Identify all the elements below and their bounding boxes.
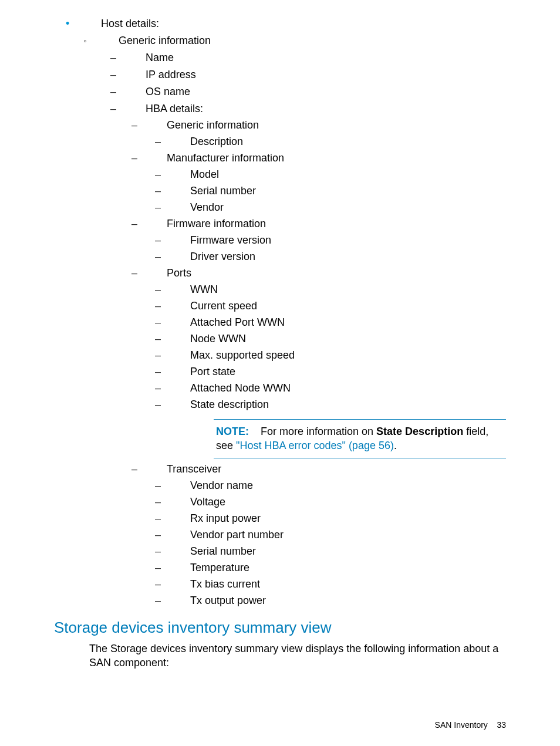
section-paragraph: The Storage devices inventory summary vi… [89,642,506,670]
list-item: Attached Port WWN [167,316,506,329]
list-item: Max. supported speed [167,349,506,362]
text-vendor-part-number: Vendor part number [190,529,284,541]
list-item: Manufacturer information Model Serial nu… [146,152,506,214]
text-transceiver: Transceiver [167,463,221,475]
list-item: Firmware information Firmware version Dr… [146,218,506,263]
note-link[interactable]: "Host HBA error codes" (page 56) [236,440,394,451]
note-label: NOTE: [216,426,249,437]
list-item: Tx output power [167,595,506,607]
text-voltage: Voltage [190,496,225,508]
list-item: Serial number [167,545,506,558]
list-item: Serial number [167,185,506,197]
note-bold: State Description [376,426,463,437]
footer-label: SAN Inventory [435,720,488,730]
list-item: Ports WWN Current speed Attached Port WW… [146,267,506,458]
text-port-state: Port state [190,366,235,377]
list-item-hba-details: HBA details: Generic information Descrip… [119,103,506,607]
text-vendor-name: Vendor name [190,480,253,491]
list-item: Vendor name [167,480,506,492]
list-item: Description [167,136,506,148]
text-wwn: WWN [190,283,218,295]
list-item: Tx bias current [167,578,506,590]
text-firmware-version: Firmware version [190,234,271,246]
text-tx-bias-current: Tx bias current [190,578,260,590]
note-text-post: . [394,440,397,451]
text-description: Description [190,136,243,147]
text-ip-address: IP address [146,69,196,80]
list-item: Rx input power [167,512,506,525]
text-tx-output-power: Tx output power [190,595,266,606]
text-os-name: OS name [146,86,190,97]
text-generic-info: Generic information [119,35,211,46]
text-ports: Ports [167,267,191,279]
footer-page: 33 [497,720,506,730]
text-driver-version: Driver version [190,251,255,262]
text-serial-number: Serial number [190,185,256,197]
text-attached-port-wwn: Attached Port WWN [190,316,285,328]
text-node-wwn: Node WWN [190,333,246,345]
list-item: WWN [167,283,506,296]
list-item: Node WWN [167,333,506,345]
list-item: State description NOTE: For more informa… [167,399,506,458]
list-item: Port state [167,366,506,378]
list-item: Transceiver Vendor name Voltage Rx input… [146,463,506,607]
list-item: Generic information Description [146,119,506,148]
list-item: Driver version [167,251,506,263]
note-text-pre: For more information on [261,426,376,437]
section-heading: Storage devices inventory summary view [54,619,506,637]
text-model: Model [190,168,219,180]
text-name: Name [146,52,174,63]
list-item-generic-info: Generic information Name IP address OS n… [101,35,506,607]
text-temperature: Temperature [190,562,249,573]
text-current-speed: Current speed [190,300,257,312]
text-hba-details: HBA details: [146,103,203,114]
text-host-details: Host details: [101,18,159,29]
list-item: Firmware version [167,234,506,247]
list-item: Model [167,168,506,181]
text-attached-node-wwn: Attached Node WWN [190,382,291,394]
list-item: Vendor part number [167,529,506,541]
list-item: Temperature [167,562,506,574]
list-item: Current speed [167,300,506,312]
text-manufacturer-info: Manufacturer information [167,152,284,164]
text-rx-input-power: Rx input power [190,512,261,524]
page-footer: SAN Inventory 33 [435,720,506,730]
list-item: Vendor [167,201,506,214]
list-item: Voltage [167,496,506,508]
text-vendor: Vendor [190,201,224,213]
list-item: Name [119,52,506,64]
text-trans-serial-number: Serial number [190,545,256,557]
text-firmware-info: Firmware information [167,218,266,229]
list-item-host-details: Host details: Generic information Name I… [54,18,506,607]
list-item: Attached Node WWN [167,382,506,394]
text-hba-generic-info: Generic information [167,119,259,131]
text-state-description: State description [190,399,269,410]
list-item: OS name [119,86,506,98]
note-box: NOTE: For more information on State Desc… [214,419,506,458]
text-max-supported-speed: Max. supported speed [190,349,295,361]
list-item: IP address [119,69,506,81]
